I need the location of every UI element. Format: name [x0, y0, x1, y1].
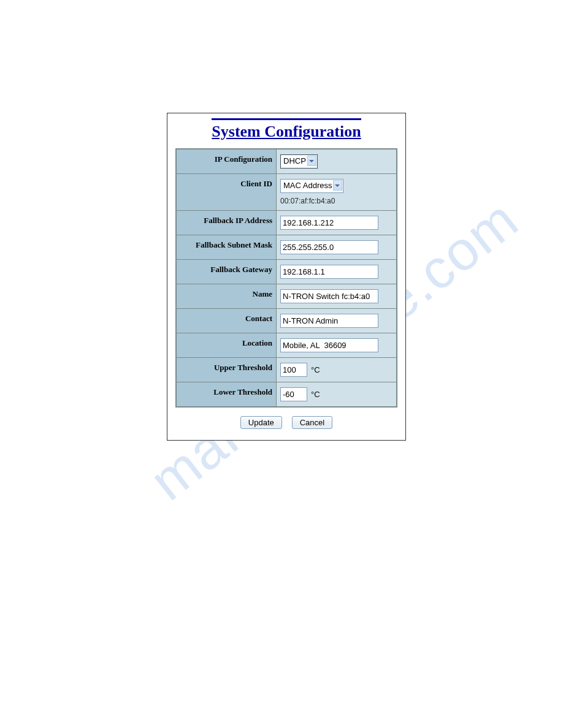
- ip-config-select[interactable]: DHCP: [280, 154, 318, 169]
- cancel-button[interactable]: Cancel: [292, 416, 332, 429]
- row-lower: Lower Threshold °C: [176, 382, 397, 408]
- client-id-select[interactable]: MAC Address: [280, 179, 343, 193]
- button-row: Update Cancel: [167, 416, 405, 429]
- field-lower: °C: [277, 382, 397, 408]
- contact-input[interactable]: [280, 314, 378, 328]
- fallback-ip-input[interactable]: [280, 216, 378, 230]
- location-input[interactable]: [280, 338, 378, 352]
- label-name: Name: [176, 284, 277, 309]
- field-client-id: MAC Address 00:07:af:fc:b4:a0: [277, 174, 397, 211]
- fallback-mask-input[interactable]: [280, 240, 378, 254]
- lower-unit: °C: [311, 390, 320, 399]
- field-name: [277, 284, 397, 309]
- field-fallback-mask: [277, 235, 397, 260]
- label-location: Location: [176, 333, 277, 358]
- upper-unit: °C: [311, 365, 320, 374]
- label-ip-config: IP Configuration: [176, 149, 277, 174]
- row-location: Location: [176, 333, 397, 358]
- fallback-gw-input[interactable]: [280, 265, 378, 279]
- page-title-link[interactable]: System Configuration: [212, 118, 361, 141]
- label-contact: Contact: [176, 309, 277, 333]
- row-fallback-mask: Fallback Subnet Mask: [176, 235, 397, 260]
- field-upper: °C: [277, 358, 397, 382]
- row-fallback-gw: Fallback Gateway: [176, 260, 397, 284]
- upper-input[interactable]: [280, 363, 307, 377]
- config-panel: System Configuration IP Configuration DH…: [167, 113, 406, 441]
- row-ip-config: IP Configuration DHCP: [176, 149, 397, 174]
- field-contact: [277, 309, 397, 333]
- name-input[interactable]: [280, 289, 378, 303]
- label-fallback-mask: Fallback Subnet Mask: [176, 235, 277, 260]
- row-client-id: Client ID MAC Address 00:07:af:fc:b4:a0: [176, 174, 397, 211]
- row-fallback-ip: Fallback IP Address: [176, 211, 397, 235]
- label-lower: Lower Threshold: [176, 382, 277, 408]
- row-name: Name: [176, 284, 397, 309]
- title-wrap: System Configuration: [167, 113, 405, 148]
- field-fallback-gw: [277, 260, 397, 284]
- field-ip-config: DHCP: [277, 149, 397, 174]
- config-table: IP Configuration DHCP Client ID MAC Addr…: [175, 148, 397, 408]
- row-contact: Contact: [176, 309, 397, 333]
- field-location: [277, 333, 397, 358]
- field-fallback-ip: [277, 211, 397, 235]
- label-fallback-ip: Fallback IP Address: [176, 211, 277, 235]
- label-upper: Upper Threshold: [176, 358, 277, 382]
- label-client-id: Client ID: [176, 174, 277, 211]
- lower-input[interactable]: [280, 387, 307, 401]
- client-id-mac: 00:07:af:fc:b4:a0: [280, 197, 393, 205]
- update-button[interactable]: Update: [240, 416, 282, 429]
- label-fallback-gw: Fallback Gateway: [176, 260, 277, 284]
- row-upper: Upper Threshold °C: [176, 358, 397, 382]
